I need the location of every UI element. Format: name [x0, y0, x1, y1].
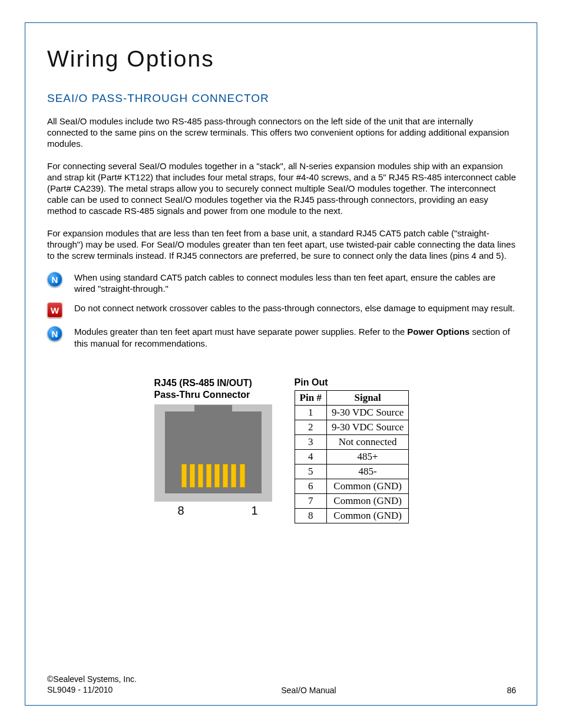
- note-text-pre: Modules greater than ten feet apart must…: [74, 327, 407, 337]
- paragraph-2: For connecting several SeaI/O modules to…: [47, 160, 516, 217]
- note-text: When using standard CAT5 patch cables to…: [74, 272, 516, 294]
- footer-docnum: SL9049 - 11/2010: [47, 685, 113, 694]
- info-badge-icon: N: [47, 272, 62, 287]
- table-row: 29-30 VDC Source: [295, 420, 409, 434]
- cell-signal: 9-30 VDC Source: [326, 405, 408, 420]
- note-row: N Modules greater than ten feet apart mu…: [47, 326, 516, 348]
- pin-labels: 8 1: [154, 504, 278, 518]
- cell-signal: Common (GND): [326, 493, 408, 508]
- note-row: N When using standard CAT5 patch cables …: [47, 272, 516, 294]
- cell-signal: Common (GND): [326, 508, 408, 523]
- table-header-row: Pin # Signal: [295, 390, 409, 405]
- note-text-bold: Power Options: [407, 327, 470, 337]
- rj45-pins: [181, 459, 245, 487]
- cell-pin: 3: [295, 434, 326, 449]
- pin-label-right: 1: [251, 504, 257, 518]
- page-title: Wiring Options: [47, 46, 516, 72]
- table-row: 19-30 VDC Source: [295, 405, 409, 420]
- table-header-signal: Signal: [326, 390, 408, 405]
- note-icon-n: N: [47, 272, 74, 287]
- page-content: Wiring Options SeaI/O Pass-Through Conne…: [47, 46, 516, 523]
- connector-title: RJ45 (RS-485 IN/OUT) Pass-Thru Connector: [154, 377, 278, 401]
- paragraph-3: For expansion modules that are less than…: [47, 228, 516, 262]
- table-row: 7Common (GND): [295, 493, 409, 508]
- table-row: 8Common (GND): [295, 508, 409, 523]
- section-heading: SeaI/O Pass-Through Connector: [47, 92, 516, 105]
- cell-pin: 4: [295, 449, 326, 464]
- table-header-pin: Pin #: [295, 390, 326, 405]
- pinout-title: Pin Out: [295, 377, 409, 388]
- cell-signal: Not connected: [326, 434, 408, 449]
- figure-area: RJ45 (RS-485 IN/OUT) Pass-Thru Connector…: [47, 377, 516, 523]
- connector-title-line1: RJ45 (RS-485 IN/OUT): [154, 378, 252, 388]
- table-row: 3Not connected: [295, 434, 409, 449]
- note-text: Do not connect network crossover cables …: [74, 302, 516, 314]
- rj45-diagram: [154, 404, 272, 502]
- rj45-tab: [194, 405, 232, 411]
- footer-left: ©Sealevel Systems, Inc. SL9049 - 11/2010: [47, 674, 137, 695]
- cell-pin: 2: [295, 420, 326, 434]
- page-footer: ©Sealevel Systems, Inc. SL9049 - 11/2010…: [47, 674, 516, 695]
- table-row: 5485-: [295, 464, 409, 479]
- info-badge-icon: N: [47, 326, 62, 341]
- connector-title-line2: Pass-Thru Connector: [154, 390, 250, 400]
- note-text: Modules greater than ten feet apart must…: [74, 326, 516, 348]
- table-row: 4485+: [295, 449, 409, 464]
- cell-signal: Common (GND): [326, 479, 408, 493]
- connector-column: RJ45 (RS-485 IN/OUT) Pass-Thru Connector…: [154, 377, 278, 523]
- note-icon-w: W: [47, 302, 74, 318]
- footer-page: 86: [481, 686, 516, 695]
- rj45-body: [165, 411, 262, 493]
- pinout-table: Pin # Signal 19-30 VDC Source 29-30 VDC …: [295, 390, 409, 523]
- cell-pin: 6: [295, 479, 326, 493]
- footer-center: SeaI/O Manual: [137, 686, 481, 695]
- pin-label-left: 8: [178, 504, 184, 518]
- cell-pin: 8: [295, 508, 326, 523]
- cell-pin: 1: [295, 405, 326, 420]
- note-icon-n: N: [47, 326, 74, 341]
- cell-signal: 9-30 VDC Source: [326, 420, 408, 434]
- cell-signal: 485+: [326, 449, 408, 464]
- footer-copyright: ©Sealevel Systems, Inc.: [47, 674, 137, 684]
- pinout-column: Pin Out Pin # Signal 19-30 VDC Source 29…: [295, 377, 409, 523]
- paragraph-1: All SeaI/O modules include two RS-485 pa…: [47, 116, 516, 150]
- cell-signal: 485-: [326, 464, 408, 479]
- table-row: 6Common (GND): [295, 479, 409, 493]
- warning-badge-icon: W: [47, 302, 62, 318]
- cell-pin: 7: [295, 493, 326, 508]
- cell-pin: 5: [295, 464, 326, 479]
- note-row: W Do not connect network crossover cable…: [47, 302, 516, 318]
